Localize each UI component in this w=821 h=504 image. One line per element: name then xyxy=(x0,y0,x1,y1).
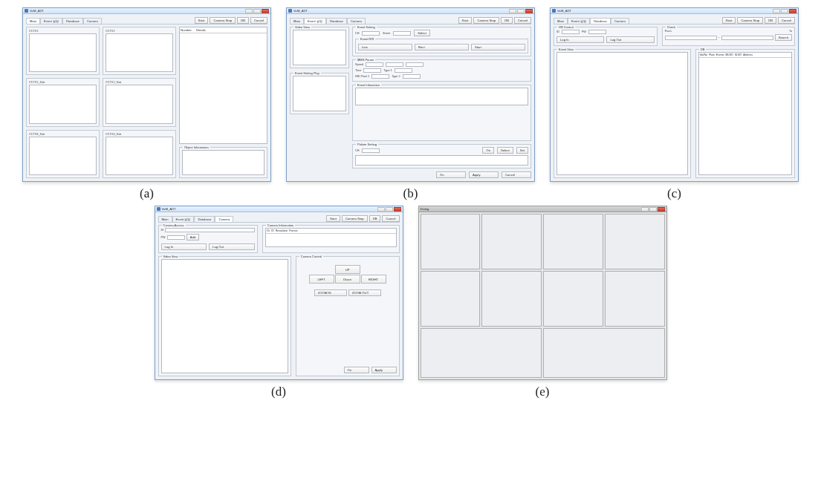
polster-on-button[interactable]: On xyxy=(482,147,494,154)
speed-input-3[interactable] xyxy=(406,62,424,67)
close-button[interactable] xyxy=(262,9,269,13)
polster-set-button[interactable]: Set xyxy=(516,147,528,154)
window-e: Dialog xyxy=(418,206,667,380)
hsipoint-input[interactable] xyxy=(371,74,389,79)
db-table[interactable]: Idx/No Plate Events MLNO SLNO Address xyxy=(698,52,792,175)
zoom-out-button[interactable]: ZOOM OUT xyxy=(348,289,381,296)
camera-stop-button[interactable]: Camera Stop xyxy=(737,17,763,24)
tab-database[interactable]: Database xyxy=(326,18,347,24)
camera-logout-button[interactable]: Log Out xyxy=(209,243,255,250)
minimize-button[interactable] xyxy=(245,9,253,13)
tab-camera[interactable]: Camera xyxy=(347,18,366,24)
ptz-down-button[interactable]: Down xyxy=(335,275,360,284)
cancel-button[interactable]: Cancel xyxy=(250,17,267,24)
speed-input-2[interactable] xyxy=(386,62,403,67)
start-button[interactable]: Start xyxy=(195,17,209,24)
tab-main[interactable]: Main xyxy=(290,18,304,24)
apply-button[interactable]: Apply xyxy=(371,367,397,373)
add-button[interactable]: Add xyxy=(186,234,199,240)
roi-line-button[interactable]: Line xyxy=(358,44,412,50)
roi-start-button[interactable]: Start xyxy=(471,44,525,50)
select-button[interactable]: Select xyxy=(414,30,430,36)
zoom-in-button[interactable]: ZOOM IN xyxy=(314,289,347,296)
app-title: VeM_ADT xyxy=(557,9,571,13)
camera-stop-button[interactable]: Camera Stop xyxy=(473,17,499,24)
col-slno: SLNO xyxy=(735,53,742,56)
camera-information-label: Camera Information xyxy=(266,223,295,227)
camera-login-button[interactable]: Log In xyxy=(161,243,207,250)
type1-input[interactable] xyxy=(395,68,412,73)
login-button[interactable]: Log In xyxy=(556,36,604,43)
col-number: Number xyxy=(181,28,192,32)
camera-id-input[interactable] xyxy=(165,228,254,232)
cancel-button[interactable]: Cancel xyxy=(778,17,795,24)
tab-camera[interactable]: Camera xyxy=(611,18,629,24)
close-button[interactable] xyxy=(658,207,665,212)
tab-event[interactable]: Event 설정 xyxy=(40,18,62,24)
on-button[interactable]: On xyxy=(436,171,466,178)
event-select[interactable] xyxy=(393,31,411,36)
close-button[interactable] xyxy=(394,207,401,212)
minimize-button[interactable] xyxy=(773,9,780,13)
start-button[interactable]: Start xyxy=(326,215,340,222)
event-info-list[interactable] xyxy=(355,88,528,105)
pw-input[interactable] xyxy=(588,30,606,34)
maximize-button[interactable] xyxy=(386,207,393,212)
tab-database[interactable]: Database xyxy=(194,216,215,222)
close-button[interactable] xyxy=(789,9,796,13)
db-button[interactable]: DB xyxy=(237,17,249,24)
maximize-button[interactable] xyxy=(649,207,657,212)
ptz-left-button[interactable]: LEFT xyxy=(309,275,334,284)
db-button[interactable]: DB xyxy=(765,17,776,24)
cancel-button[interactable]: Cancel xyxy=(382,215,399,222)
camera-stop-button[interactable]: Camera Stop xyxy=(210,17,236,24)
from-input[interactable] xyxy=(665,36,717,40)
roi-rect-button[interactable]: Rect xyxy=(415,44,469,50)
db-button[interactable]: DB xyxy=(501,17,513,24)
logout-button[interactable]: Log Out xyxy=(606,36,654,43)
type2-input[interactable] xyxy=(403,74,421,79)
minimize-button[interactable] xyxy=(509,9,516,13)
tab-database[interactable]: Database xyxy=(62,18,83,24)
time-input[interactable] xyxy=(363,68,381,73)
close-button[interactable] xyxy=(525,9,533,13)
maximize-button[interactable] xyxy=(781,9,788,13)
check-label: Check xyxy=(666,25,677,29)
speed-input-1[interactable] xyxy=(366,62,383,67)
ptz-up-button[interactable]: UP xyxy=(335,265,360,274)
polster-select-button[interactable]: Select xyxy=(497,147,513,154)
to-input[interactable] xyxy=(721,36,773,40)
camera-info-table[interactable]: Ch ID Resolution Format xyxy=(265,228,397,247)
tab-event[interactable]: Event 설정 xyxy=(172,216,195,222)
tab-database[interactable]: Database xyxy=(590,18,611,24)
ptz-right-button[interactable]: RIGHT xyxy=(361,275,386,284)
ch-select[interactable] xyxy=(362,31,380,36)
maximize-button[interactable] xyxy=(253,9,261,13)
start-button[interactable]: Start xyxy=(722,17,736,24)
tab-event[interactable]: Event 설정 xyxy=(304,18,326,24)
tab-main[interactable]: Main xyxy=(158,216,172,222)
tab-event[interactable]: Event 설정 xyxy=(568,18,590,24)
tab-main[interactable]: Main xyxy=(554,18,568,24)
db-button[interactable]: DB xyxy=(369,215,381,222)
maximize-button[interactable] xyxy=(517,9,525,13)
camera-stop-button[interactable]: Camera Stop xyxy=(342,215,368,222)
cctv2-label: CCTV2 xyxy=(106,30,173,33)
polster-ch-select[interactable] xyxy=(362,148,380,153)
tab-main[interactable]: Main xyxy=(26,18,40,24)
polster-list[interactable] xyxy=(355,155,528,166)
on-button[interactable]: On xyxy=(344,367,369,373)
event-list[interactable]: Number Details xyxy=(179,27,267,144)
start-button[interactable]: Start xyxy=(458,17,473,24)
apply-button[interactable]: Apply xyxy=(469,171,499,178)
cancel-button-bottom[interactable]: Cancel xyxy=(502,171,531,178)
tab-camera[interactable]: Camera xyxy=(215,216,233,222)
search-button[interactable]: Search xyxy=(775,34,792,41)
camera-pw-input[interactable] xyxy=(167,235,185,240)
cancel-button[interactable]: Cancel xyxy=(514,17,531,24)
tab-camera[interactable]: Camera xyxy=(83,18,102,24)
window-b: VeM_ADT Main Event 설정 Database Camera St… xyxy=(286,7,535,182)
minimize-button[interactable] xyxy=(641,207,649,212)
id-input[interactable] xyxy=(562,30,580,34)
minimize-button[interactable] xyxy=(377,207,385,212)
